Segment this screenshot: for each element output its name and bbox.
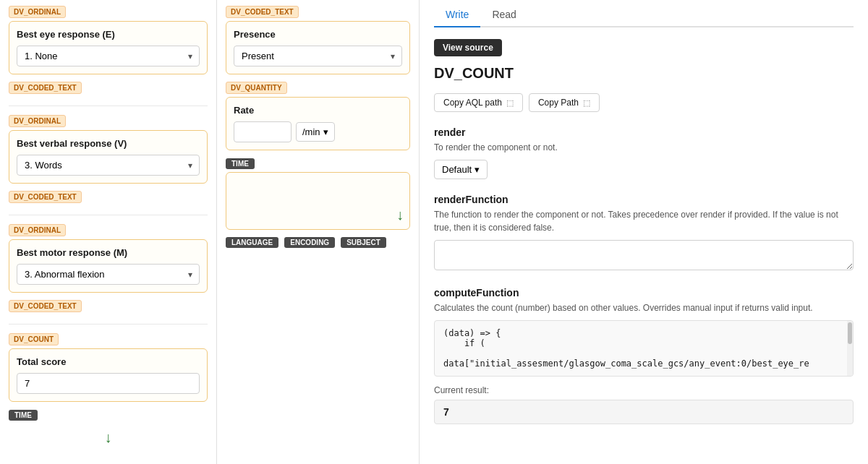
rate-row: /min ▾ (234, 121, 402, 142)
badge-time-middle: TIME (226, 158, 255, 169)
badge-dv-count: DV_COUNT (9, 333, 59, 345)
copy-aql-button[interactable]: Copy AQL path ⬚ (434, 93, 523, 112)
scrollbar-thumb (848, 322, 852, 344)
best-verbal-select[interactable]: 1. None 2. Sounds 3. Words 4. Confused 5… (17, 155, 200, 176)
badge-dv-ordinal-3: DV_ORDINAL (9, 224, 66, 236)
rate-group: Rate /min ▾ (226, 97, 410, 150)
component-title: DV_COUNT (434, 65, 854, 82)
encoding-tag: ENCODING (284, 237, 335, 248)
copy-aql-icon: ⬚ (506, 98, 514, 108)
badge-dv-coded-top: DV_CODED_TEXT (226, 6, 299, 18)
best-eye-response-group: Best eye response (E) 1. None 2. To pres… (9, 21, 208, 74)
badge-dv-ordinal-1: DV_ORDINAL (9, 6, 66, 18)
unit-select[interactable]: /min ▾ (296, 122, 335, 142)
current-result-value: 7 (434, 400, 854, 424)
render-chevron-icon: ▾ (475, 164, 480, 175)
render-function-title: renderFunction (434, 194, 854, 205)
render-title: render (434, 126, 854, 138)
divider-2 (9, 215, 208, 215)
copy-path-label: Copy Path (538, 98, 579, 108)
best-verbal-select-wrapper[interactable]: 1. None 2. Sounds 3. Words 4. Confused 5… (17, 155, 200, 176)
tab-write[interactable]: Write (434, 3, 480, 27)
total-score-input[interactable] (17, 373, 200, 394)
best-motor-label: Best motor response (M) (17, 247, 200, 258)
presence-select-wrapper[interactable]: Present Absent ▾ (234, 46, 402, 66)
compute-function-code-block[interactable]: (data) => { if ( data["initial_assesment… (434, 320, 854, 377)
best-eye-label: Best eye response (E) (17, 29, 200, 40)
render-description: To render the component or not. (434, 141, 854, 154)
render-section: render To render the component or not. D… (434, 126, 854, 179)
current-result-label: Current result: (434, 385, 854, 395)
scrollbar[interactable] (847, 321, 853, 376)
copy-path-button[interactable]: Copy Path ⬚ (529, 93, 600, 112)
badge-dv-ordinal-2: DV_ORDINAL (9, 115, 66, 127)
render-function-input[interactable] (434, 240, 854, 270)
tags-row: LANGUAGE ENCODING SUBJECT (226, 237, 410, 251)
divider-3 (9, 324, 208, 325)
presence-label: Presence (234, 29, 402, 40)
badge-dv-coded-1: DV_CODED_TEXT (9, 82, 82, 94)
best-verbal-response-group: Best verbal response (V) 1. None 2. Soun… (9, 130, 208, 184)
compute-function-title: computeFunction (434, 287, 854, 298)
best-eye-select[interactable]: 1. None 2. To pressure 3. To sound 4. Sp… (17, 46, 200, 66)
badge-time-left: TIME (9, 410, 38, 421)
rate-input[interactable] (234, 121, 292, 142)
copy-buttons-row: Copy AQL path ⬚ Copy Path ⬚ (434, 93, 854, 112)
render-select-label: Default (442, 164, 472, 175)
copy-path-icon: ⬚ (583, 98, 590, 108)
divider-1 (9, 106, 208, 106)
badge-dv-coded-2: DV_CODED_TEXT (9, 191, 82, 203)
best-motor-select[interactable]: 1. None 2. Extension 3. Abnormal flexion… (17, 264, 200, 285)
unit-chevron-icon: ▾ (323, 126, 328, 137)
subject-tag: SUBJECT (341, 237, 386, 248)
presence-group: Presence Present Absent ▾ (226, 21, 410, 74)
unit-label: /min (302, 126, 320, 137)
compute-function-section: computeFunction Calculates the count (nu… (434, 287, 854, 424)
render-function-section: renderFunction The function to render th… (434, 194, 854, 272)
middle-panel: DV_CODED_TEXT Presence Present Absent ▾ … (217, 0, 420, 464)
time-arrow-down-icon: ↓ (396, 207, 404, 223)
best-eye-select-wrapper[interactable]: 1. None 2. To pressure 3. To sound 4. Sp… (17, 46, 200, 66)
compute-function-description: Calculates the count (number) based on o… (434, 301, 854, 314)
best-motor-response-group: Best motor response (M) 1. None 2. Exten… (9, 239, 208, 293)
right-panel: Write Read View source DV_COUNT Copy AQL… (420, 0, 868, 464)
compute-function-code: (data) => { if ( data["initial_assesment… (443, 328, 841, 369)
render-select[interactable]: Default ▾ (434, 160, 488, 179)
time-box: ↓ (226, 172, 410, 230)
badge-dv-coded-3: DV_CODED_TEXT (9, 300, 82, 312)
total-score-group: Total score (9, 348, 208, 402)
left-panel-arrow-down-icon: ↓ (9, 429, 208, 446)
view-source-button[interactable]: View source (434, 39, 502, 56)
best-verbal-label: Best verbal response (V) (17, 138, 200, 149)
total-score-label: Total score (17, 356, 200, 367)
tabs-row: Write Read (434, 0, 854, 27)
tab-read[interactable]: Read (480, 3, 527, 27)
rate-label: Rate (234, 105, 402, 116)
copy-aql-label: Copy AQL path (443, 98, 502, 108)
language-tag: LANGUAGE (226, 237, 278, 248)
presence-select[interactable]: Present Absent (234, 46, 402, 66)
best-motor-select-wrapper[interactable]: 1. None 2. Extension 3. Abnormal flexion… (17, 264, 200, 285)
badge-dv-quantity: DV_QUANTITY (226, 82, 287, 94)
left-panel: DV_ORDINAL Best eye response (E) 1. None… (0, 0, 217, 464)
render-function-description: The function to render the component or … (434, 208, 854, 234)
